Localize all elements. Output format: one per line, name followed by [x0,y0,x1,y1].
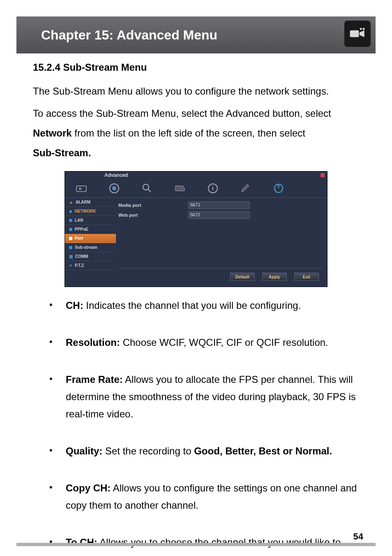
sidebar-item-alarm[interactable]: ▲ALARM [65,198,116,207]
bullet-icon [69,246,72,249]
video-camera-icon [344,21,371,47]
sidebar-item-port[interactable]: Port [65,234,116,243]
dvr-screenshot: Advanced i ▲ALARM ◆NETWORK LAN PPPoE Por… [65,171,327,287]
list-item-framerate: Frame Rate: Allows you to allocate the F… [49,371,359,423]
svg-point-3 [363,28,365,30]
list-item-copych: Copy CH: Allows you to configure the set… [49,480,359,514]
sidebar: ▲ALARM ◆NETWORK LAN PPPoE Port Sub-strea… [65,198,116,270]
svg-text:i: i [212,185,214,192]
svg-rect-4 [76,186,86,192]
record-icon[interactable] [106,180,122,197]
comm-icon: ▦ [69,254,73,259]
quality-text-pre: Set the recording to [102,445,194,456]
sidebar-label-ptz: P.T.Z [75,263,84,268]
ptz-icon: ✦ [69,263,72,268]
sidebar-item-pppoe[interactable]: PPPoE [65,225,116,234]
exit-button[interactable]: Exit [294,273,319,281]
ch-text: Indicates the channel that you will be c… [83,300,301,311]
power-icon[interactable] [270,180,287,197]
feature-list: CH: Indicates the channel that you will … [33,297,359,556]
svg-rect-0 [350,30,359,37]
sidebar-label-alarm: ALARM [76,200,90,204]
tools-icon[interactable] [73,180,90,197]
web-port-field[interactable]: 5672 [188,211,250,219]
bullet-icon [69,219,72,222]
sidebar-label-pppoe: PPPoE [75,227,88,232]
ch-label: CH: [66,300,83,311]
default-button[interactable]: Default [230,273,255,281]
svg-marker-1 [360,30,364,37]
page-content: 15.2.4 Sub-Stream Menu The Sub-Stream Me… [33,62,359,556]
svg-line-8 [148,189,151,192]
svg-point-7 [143,184,149,190]
bullet-icon [69,228,72,231]
bullet-icon [69,237,72,240]
media-port-field[interactable]: 5671 [188,202,250,209]
sidebar-label-comm: COMM [75,254,88,259]
media-port-label: Media port [118,203,188,208]
sidebar-item-lan[interactable]: LAN [65,216,116,225]
sidebar-item-network[interactable]: ◆NETWORK [65,207,116,216]
sidebar-item-ptz[interactable]: ✦P.T.Z [65,261,116,270]
toch-text: Allows you to choose the channel that yo… [66,537,341,556]
sidebar-label-lan: LAN [75,218,83,222]
search-icon[interactable] [139,180,155,197]
alarm-icon: ▲ [69,200,73,204]
brush-icon[interactable] [238,180,254,197]
intro-paragraph-2: To access the Sub-Stream Menu, select th… [33,104,359,163]
list-item-resolution: Resolution: Choose WCIF, WQCIF, CIF or Q… [49,334,359,351]
svg-point-2 [360,28,362,30]
footer-divider [16,543,376,546]
button-row: Default Apply Exit [118,268,323,281]
quality-label: Quality: [66,445,102,456]
hdd-icon[interactable] [172,180,188,197]
copych-label: Copy CH: [66,482,111,493]
p2-text-2: from the list on the left side of the sc… [72,127,305,139]
toolbar: i [65,179,327,198]
window-title: Advanced [104,172,128,178]
list-item-ch: CH: Indicates the channel that you will … [49,297,359,314]
manual-page: Chapter 15: Advanced Menu 15.2.4 Sub-Str… [0,0,392,556]
page-number: 54 [353,531,363,542]
chapter-title: Chapter 15: Advanced Menu [41,28,217,43]
p2-bold-network: Network [33,127,72,139]
resolution-text: Choose WCIF, WQCIF, CIF or QCIF resoluti… [120,337,328,348]
apply-button[interactable]: Apply [262,273,287,281]
sidebar-item-comm[interactable]: ▦COMM [65,252,116,261]
chapter-header: Chapter 15: Advanced Menu [16,16,376,53]
media-port-row: Media port 5671 [118,200,323,210]
sidebar-label-network: NETWORK [75,209,96,213]
close-icon[interactable] [321,173,325,177]
sidebar-label-port: Port [75,236,83,241]
web-port-label: Web port [118,213,188,218]
section-heading: 15.2.4 Sub-Stream Menu [33,62,359,73]
svg-point-6 [112,186,116,190]
list-item-quality: Quality: Set the recording to Good, Bett… [49,442,359,460]
framerate-label: Frame Rate: [66,374,123,385]
quality-text-bold: Good, Better, Best or Normal. [194,445,332,456]
info-icon[interactable]: i [205,180,221,197]
p2-text-1: To access the Sub-Stream Menu, select th… [33,108,331,119]
sidebar-label-substream: Sub-stream [75,245,97,250]
p2-bold-substream: Sub-Stream. [33,147,91,158]
network-icon: ◆ [69,209,72,213]
intro-paragraph-1: The Sub-Stream Menu allows you to config… [33,81,359,101]
settings-panel: Media port 5671 Web port 5672 [118,200,323,220]
web-port-row: Web port 5672 [118,210,323,220]
resolution-label: Resolution: [66,337,120,348]
sidebar-item-substream[interactable]: Sub-stream [65,243,116,252]
